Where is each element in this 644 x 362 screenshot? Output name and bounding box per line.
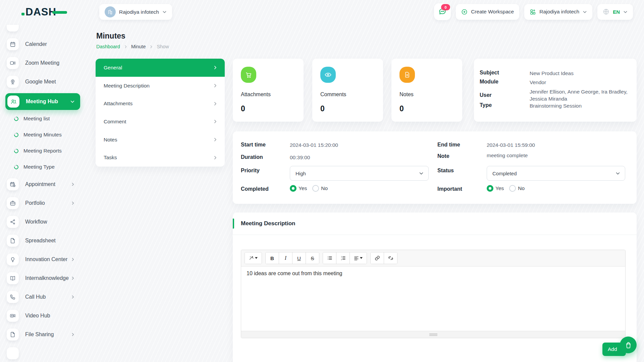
logo-green-dash — [52, 11, 67, 14]
section-nav-card: General Meeting Description Attachments … — [96, 59, 225, 167]
sidebar-item-google-meet[interactable]: Google Meet — [5, 74, 80, 89]
section-accent-bar — [233, 219, 234, 229]
caret-down-icon — [255, 257, 258, 259]
priority-select[interactable]: High — [290, 166, 429, 181]
overview-label: Module — [480, 79, 530, 86]
sidebar-item-portfolio[interactable]: Portfolio — [5, 196, 80, 210]
chevron-right-icon — [213, 156, 217, 160]
tab-comment[interactable]: Comment — [96, 113, 225, 131]
svg-text:2: 2 — [341, 258, 342, 260]
bullet-icon — [13, 132, 19, 138]
overview-value: Vendor — [530, 79, 634, 86]
drag-handle-icon — [429, 334, 437, 336]
chevron-right-icon — [71, 257, 75, 261]
sidebar-item-file-sharing[interactable]: File Sharing — [5, 327, 80, 342]
style-group — [245, 252, 262, 264]
strikethrough-button[interactable]: S — [306, 252, 319, 264]
tab-notes[interactable]: Notes — [96, 131, 225, 149]
align-icon — [354, 256, 359, 261]
note-label: Note — [437, 153, 449, 159]
priority-selected-value: High — [296, 171, 306, 176]
italic-button[interactable]: I — [279, 252, 292, 264]
overview-row-module: Module Vendor — [480, 79, 634, 86]
important-label: Important — [437, 186, 462, 192]
sidebar-item-label: Internalknowledge — [25, 275, 69, 281]
tab-label: Notes — [104, 137, 117, 143]
shopping-bag-icon — [625, 341, 632, 349]
important-yes-radio[interactable] — [487, 185, 493, 192]
sidebar-item-meeting-list[interactable]: Meeting list — [5, 113, 80, 125]
sidebar-item-meeting-minutes[interactable]: Meeting Minutes — [5, 129, 80, 141]
unlink-button[interactable] — [384, 252, 397, 264]
sidebar-item-meeting-hub[interactable]: Meeting Hub — [5, 93, 80, 110]
stat-label: Attachments — [241, 92, 296, 98]
create-workspace-button[interactable]: Create Workspace — [456, 4, 519, 20]
duration-label: Duration — [241, 154, 263, 160]
dash-logo[interactable]: DASH — [21, 6, 67, 18]
breadcrumb-current: Show — [157, 44, 169, 49]
tab-general[interactable]: General — [96, 59, 225, 77]
unordered-list-button[interactable] — [323, 252, 336, 264]
paragraph-group: 12 — [323, 252, 367, 264]
tab-tasks[interactable]: Tasks — [96, 148, 225, 167]
sidebar-subitem-label: Meeting list — [23, 116, 50, 122]
status-select[interactable]: Completed — [487, 166, 625, 181]
overview-value: Brainstorming Session — [530, 102, 634, 109]
breadcrumb-minute-link[interactable]: Minute — [131, 44, 146, 49]
sidebar-item-spreadsheet[interactable]: Spreadsheet — [5, 233, 80, 248]
tab-meeting-description[interactable]: Meeting Description — [96, 77, 225, 95]
sidebar-item-video-hub[interactable]: Video Hub — [5, 308, 80, 323]
underline-button[interactable]: U — [292, 252, 306, 264]
chevron-down-icon — [615, 171, 620, 176]
radio-label-yes: Yes — [495, 185, 504, 191]
eye-icon — [320, 67, 336, 83]
sidebar: Calender Zoom Meeting Google Meet Meetin… — [5, 18, 80, 362]
sidebar-item-call-hub[interactable]: Call Hub — [5, 290, 80, 304]
svg-text:1: 1 — [341, 256, 342, 258]
editor-resize-bar[interactable] — [241, 331, 625, 338]
sidebar-item-appointment[interactable]: Appointment — [5, 177, 80, 192]
editor-content[interactable]: 10 ideas are come out from this meeting — [241, 266, 625, 331]
sidebar-item-calender[interactable]: Calender — [5, 37, 80, 52]
sidebar-item-label: Video Hub — [25, 313, 50, 319]
start-time-value: 2024-03-01 15:20:00 — [290, 142, 338, 148]
overview-value: Jennifer Ellison, Anne George, Ira Bradl… — [530, 88, 634, 102]
link-button[interactable] — [371, 252, 384, 264]
messages-button[interactable]: 0 — [434, 3, 451, 20]
cart-fab-button[interactable] — [620, 337, 637, 353]
sidebar-item-workflow[interactable]: Workflow — [5, 215, 80, 229]
chevron-right-icon — [213, 65, 217, 70]
sidebar-item-meeting-type[interactable]: Meeting Type — [5, 161, 80, 173]
completed-yes-radio[interactable] — [290, 185, 297, 192]
language-selector[interactable]: EN — [597, 4, 633, 20]
company-switcher[interactable]: Rajodiya infotech — [524, 4, 592, 20]
chevron-right-icon — [71, 276, 75, 280]
sidebar-item-label: Meeting Hub — [26, 99, 58, 105]
lightbulb-icon — [7, 253, 19, 265]
users-icon — [7, 96, 19, 108]
tab-attachments[interactable]: Attachments — [96, 95, 225, 113]
paragraph-align-button[interactable] — [350, 252, 367, 264]
workspace-avatar — [105, 6, 116, 17]
chevron-down-icon — [70, 99, 75, 104]
magic-style-button[interactable] — [245, 252, 262, 264]
completed-no-radio[interactable] — [312, 185, 319, 192]
ordered-list-button[interactable]: 12 — [336, 252, 350, 264]
workspace-switcher[interactable]: Rajodiya infotech — [99, 4, 172, 20]
stat-value: 0 — [241, 104, 296, 113]
sidebar-item-zoom-meeting[interactable]: Zoom Meeting — [5, 56, 80, 70]
sidebar-item-label: Call Hub — [25, 294, 46, 300]
meeting-description-card: Meeting Description B I U S — [233, 213, 637, 362]
chevron-down-icon — [162, 10, 167, 14]
overview-label: Subject — [480, 70, 530, 77]
list-ol-icon: 12 — [340, 255, 346, 261]
stat-label: Notes — [399, 92, 454, 98]
important-no-radio[interactable] — [509, 185, 516, 192]
sidebar-item-innovation-center[interactable]: Innovation Center — [5, 252, 80, 267]
sidebar-item-internalknowledge[interactable]: Internalknowledge — [5, 271, 80, 286]
bold-button[interactable]: B — [266, 252, 279, 264]
sidebar-item-meeting-reports[interactable]: Meeting Reports — [5, 145, 80, 157]
tab-label: General — [104, 65, 122, 71]
sidebar-item-label: Spreadsheet — [25, 238, 56, 244]
breadcrumb-dashboard-link[interactable]: Dashboard — [96, 44, 120, 49]
